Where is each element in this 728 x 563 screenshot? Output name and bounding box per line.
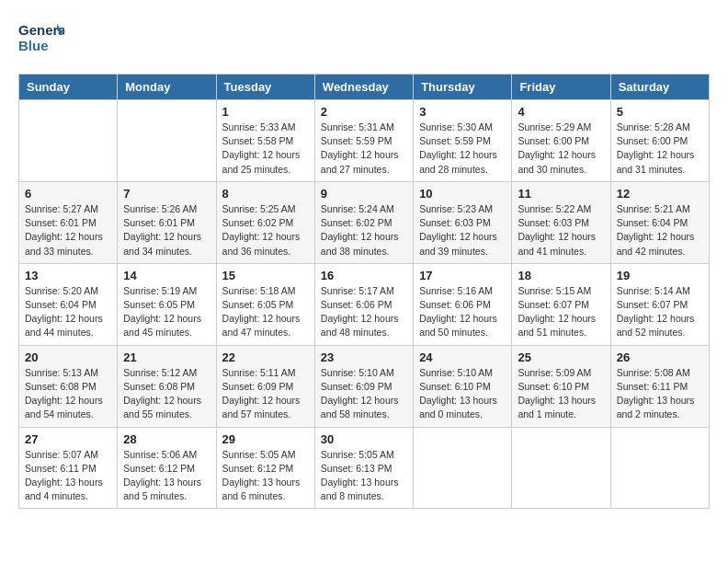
calendar-week-5: 27Sunrise: 5:07 AMSunset: 6:11 PMDayligh… [19, 427, 710, 509]
weekday-header-friday: Friday [512, 75, 610, 100]
day-number: 2 [321, 105, 407, 119]
weekday-header-tuesday: Tuesday [216, 75, 314, 100]
day-number: 5 [617, 105, 703, 119]
day-number: 25 [518, 350, 604, 364]
day-number: 1 [222, 105, 309, 119]
day-detail: Sunrise: 5:09 AMSunset: 6:10 PMDaylight:… [518, 366, 604, 422]
calendar-cell: 4Sunrise: 5:29 AMSunset: 6:00 PMDaylight… [512, 100, 610, 182]
day-detail: Sunrise: 5:21 AMSunset: 6:04 PMDaylight:… [617, 202, 703, 259]
weekday-header-saturday: Saturday [610, 75, 709, 100]
calendar-cell: 10Sunrise: 5:23 AMSunset: 6:03 PMDayligh… [414, 181, 512, 263]
day-detail: Sunrise: 5:06 AMSunset: 6:12 PMDaylight:… [123, 448, 210, 504]
day-number: 14 [123, 269, 210, 282]
calendar-cell: 5Sunrise: 5:28 AMSunset: 6:00 PMDaylight… [610, 100, 709, 182]
calendar-cell: 8Sunrise: 5:25 AMSunset: 6:02 PMDaylight… [216, 181, 314, 263]
calendar-cell: 3Sunrise: 5:30 AMSunset: 5:59 PMDaylight… [414, 100, 512, 182]
calendar-cell: 13Sunrise: 5:20 AMSunset: 6:04 PMDayligh… [19, 263, 118, 345]
calendar-cell: 7Sunrise: 5:26 AMSunset: 6:01 PMDaylight… [118, 181, 216, 263]
calendar-week-1: 1Sunrise: 5:33 AMSunset: 5:58 PMDaylight… [19, 100, 710, 182]
day-detail: Sunrise: 5:29 AMSunset: 6:00 PMDaylight:… [518, 121, 604, 177]
calendar-cell: 27Sunrise: 5:07 AMSunset: 6:11 PMDayligh… [19, 427, 118, 509]
logo: General Blue [18, 18, 64, 59]
calendar-week-2: 6Sunrise: 5:27 AMSunset: 6:01 PMDaylight… [19, 181, 710, 263]
page-header: General Blue [18, 18, 710, 59]
calendar-cell: 15Sunrise: 5:18 AMSunset: 6:05 PMDayligh… [216, 263, 314, 345]
day-number: 4 [518, 105, 604, 119]
day-number: 16 [321, 269, 407, 282]
calendar-cell: 29Sunrise: 5:05 AMSunset: 6:12 PMDayligh… [216, 427, 314, 509]
day-detail: Sunrise: 5:12 AMSunset: 6:08 PMDaylight:… [123, 366, 210, 422]
calendar-cell: 21Sunrise: 5:12 AMSunset: 6:08 PMDayligh… [118, 345, 216, 427]
calendar-cell: 11Sunrise: 5:22 AMSunset: 6:03 PMDayligh… [512, 181, 610, 263]
day-detail: Sunrise: 5:05 AMSunset: 6:12 PMDaylight:… [222, 448, 309, 504]
day-number: 10 [419, 187, 506, 201]
day-number: 3 [419, 105, 506, 119]
calendar-table: SundayMondayTuesdayWednesdayThursdayFrid… [18, 74, 710, 509]
calendar-cell: 14Sunrise: 5:19 AMSunset: 6:05 PMDayligh… [118, 263, 216, 345]
day-detail: Sunrise: 5:10 AMSunset: 6:10 PMDaylight:… [419, 366, 506, 422]
logo-svg: General Blue [18, 18, 64, 59]
day-number: 12 [617, 187, 703, 201]
day-detail: Sunrise: 5:23 AMSunset: 6:03 PMDaylight:… [419, 202, 506, 259]
day-detail: Sunrise: 5:22 AMSunset: 6:03 PMDaylight:… [518, 202, 604, 259]
day-detail: Sunrise: 5:26 AMSunset: 6:01 PMDaylight:… [123, 202, 210, 259]
day-detail: Sunrise: 5:16 AMSunset: 6:06 PMDaylight:… [419, 284, 506, 340]
calendar-week-4: 20Sunrise: 5:13 AMSunset: 6:08 PMDayligh… [19, 345, 710, 427]
day-number: 24 [419, 350, 506, 364]
day-detail: Sunrise: 5:30 AMSunset: 5:59 PMDaylight:… [419, 121, 506, 177]
day-detail: Sunrise: 5:31 AMSunset: 5:59 PMDaylight:… [321, 121, 407, 177]
calendar-cell [414, 427, 512, 509]
calendar-cell [610, 427, 709, 509]
calendar-cell: 18Sunrise: 5:15 AMSunset: 6:07 PMDayligh… [512, 263, 610, 345]
day-detail: Sunrise: 5:28 AMSunset: 6:00 PMDaylight:… [617, 121, 703, 177]
weekday-header-thursday: Thursday [414, 75, 512, 100]
day-number: 20 [25, 350, 111, 364]
day-detail: Sunrise: 5:11 AMSunset: 6:09 PMDaylight:… [222, 366, 309, 422]
day-number: 11 [518, 187, 604, 201]
day-detail: Sunrise: 5:08 AMSunset: 6:11 PMDaylight:… [617, 366, 703, 422]
day-number: 21 [123, 350, 210, 364]
day-number: 27 [25, 432, 111, 446]
day-detail: Sunrise: 5:18 AMSunset: 6:05 PMDaylight:… [222, 284, 309, 340]
day-detail: Sunrise: 5:25 AMSunset: 6:02 PMDaylight:… [222, 202, 309, 259]
day-number: 23 [321, 350, 407, 364]
day-detail: Sunrise: 5:19 AMSunset: 6:05 PMDaylight:… [123, 284, 210, 340]
day-number: 28 [123, 432, 210, 446]
calendar-cell: 30Sunrise: 5:05 AMSunset: 6:13 PMDayligh… [314, 427, 413, 509]
day-detail: Sunrise: 5:15 AMSunset: 6:07 PMDaylight:… [518, 284, 604, 340]
day-detail: Sunrise: 5:10 AMSunset: 6:09 PMDaylight:… [321, 366, 407, 422]
day-detail: Sunrise: 5:33 AMSunset: 5:58 PMDaylight:… [222, 121, 309, 177]
day-detail: Sunrise: 5:07 AMSunset: 6:11 PMDaylight:… [25, 448, 111, 504]
weekday-header-monday: Monday [118, 75, 216, 100]
calendar-cell [512, 427, 610, 509]
day-number: 26 [617, 350, 703, 364]
calendar-cell: 1Sunrise: 5:33 AMSunset: 5:58 PMDaylight… [216, 100, 314, 182]
day-detail: Sunrise: 5:24 AMSunset: 6:02 PMDaylight:… [321, 202, 407, 259]
day-number: 29 [222, 432, 309, 446]
day-number: 8 [222, 187, 309, 201]
calendar-cell: 12Sunrise: 5:21 AMSunset: 6:04 PMDayligh… [610, 181, 709, 263]
day-detail: Sunrise: 5:27 AMSunset: 6:01 PMDaylight:… [25, 202, 111, 259]
calendar-cell: 22Sunrise: 5:11 AMSunset: 6:09 PMDayligh… [216, 345, 314, 427]
day-number: 6 [25, 187, 111, 201]
day-detail: Sunrise: 5:05 AMSunset: 6:13 PMDaylight:… [321, 448, 407, 504]
day-detail: Sunrise: 5:20 AMSunset: 6:04 PMDaylight:… [25, 284, 111, 340]
calendar-cell [118, 100, 216, 182]
day-number: 9 [321, 187, 407, 201]
day-number: 18 [518, 269, 604, 282]
day-number: 22 [222, 350, 309, 364]
calendar-cell: 26Sunrise: 5:08 AMSunset: 6:11 PMDayligh… [610, 345, 709, 427]
day-detail: Sunrise: 5:13 AMSunset: 6:08 PMDaylight:… [25, 366, 111, 422]
calendar-cell: 23Sunrise: 5:10 AMSunset: 6:09 PMDayligh… [314, 345, 413, 427]
calendar-cell: 25Sunrise: 5:09 AMSunset: 6:10 PMDayligh… [512, 345, 610, 427]
calendar-cell [19, 100, 118, 182]
svg-text:Blue: Blue [18, 38, 49, 53]
calendar-cell: 24Sunrise: 5:10 AMSunset: 6:10 PMDayligh… [414, 345, 512, 427]
calendar-cell: 17Sunrise: 5:16 AMSunset: 6:06 PMDayligh… [414, 263, 512, 345]
day-number: 15 [222, 269, 309, 282]
day-number: 30 [321, 432, 407, 446]
calendar-cell: 6Sunrise: 5:27 AMSunset: 6:01 PMDaylight… [19, 181, 118, 263]
day-number: 7 [123, 187, 210, 201]
calendar-cell: 28Sunrise: 5:06 AMSunset: 6:12 PMDayligh… [118, 427, 216, 509]
day-detail: Sunrise: 5:14 AMSunset: 6:07 PMDaylight:… [617, 284, 703, 340]
